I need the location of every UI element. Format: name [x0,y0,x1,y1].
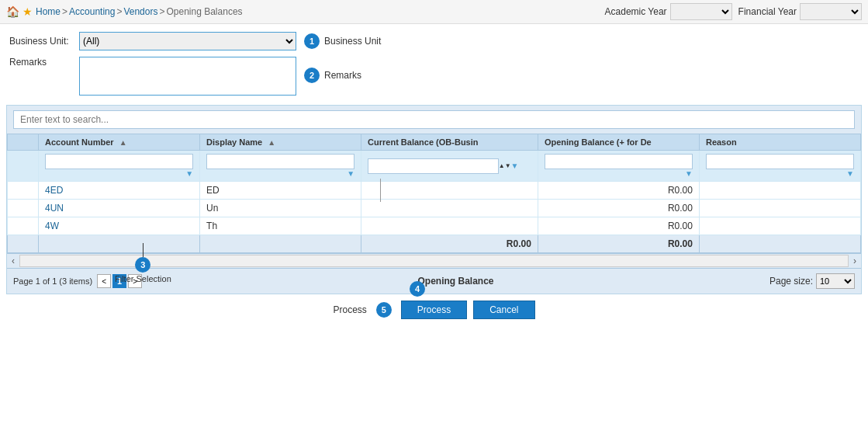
row1-reason [699,182,860,200]
search-bar [7,106,861,134]
filter-icon-account[interactable]: ▼ [185,169,193,178]
filter-account-input[interactable] [45,154,193,169]
filter-icon-opening[interactable]: ▼ [685,169,693,178]
breadcrumb-sep1: > [62,6,67,17]
sort-icon-display: ▲ [268,138,275,147]
filter-current-input[interactable] [368,158,499,174]
cancel-button[interactable]: Cancel [473,301,534,319]
page-size-label: Page size: [769,276,813,287]
filter-account-number: ▼ [39,151,200,182]
data-table: Account Number ▲ Display Name ▲ Current … [7,134,861,253]
col-display-name[interactable]: Display Name ▲ [200,134,361,151]
filter-spinner-down[interactable]: ▼ [505,162,511,169]
total-current: R0.00 [361,235,538,253]
sort-icon-account: ▲ [119,138,127,147]
row2-reason [699,200,860,217]
callout-3-area: 3 Filter Selection [115,243,171,283]
row2-empty [8,200,39,217]
filter-reason-input[interactable] [706,154,854,169]
col-opening-balance: Opening Balance (+ for De [538,134,699,151]
callout-3-line [143,243,144,257]
col-reason: Reason [699,134,860,151]
page-title: Opening Balance [142,276,769,287]
home-icon[interactable]: 🏠 [6,5,19,18]
scroll-right-arrow[interactable]: › [849,254,861,268]
row3-display: Th [200,217,361,235]
callout-4-area: 4 [410,281,425,297]
row2-opening: R0.00 [538,200,699,217]
star-icon[interactable]: ★ [22,5,33,18]
total-empty3 [200,235,361,253]
table-row: 4ED ED R0.00 [8,182,861,200]
col-account-number[interactable]: Account Number ▲ [39,134,200,151]
row1-current [361,182,538,200]
process-bar: Process 5 Process Cancel [0,294,868,325]
process-button[interactable]: Process [401,301,467,319]
breadcrumb: Home > Accounting > Vendors > Opening Ba… [36,6,243,17]
callout-1-label: Business Unit [324,36,381,47]
filter-reason: ▼ [699,151,860,182]
table-header-row: Account Number ▲ Display Name ▲ Current … [8,134,861,151]
col-empty [8,134,39,151]
academic-year-field: Academic Year [605,3,732,20]
table-row: 4W Th R0.00 [8,217,861,235]
filter-empty [8,151,39,182]
breadcrumb-area: 🏠 ★ Home > Accounting > Vendors > Openin… [6,5,605,18]
breadcrumb-accounting[interactable]: Accounting [69,6,115,17]
breadcrumb-home[interactable]: Home [36,6,61,17]
filter-icon-current[interactable]: ▼ [511,162,519,170]
filter-current-balance: ▲ ▼ ▼ [361,151,538,182]
remarks-row: Remarks 2 Remarks [9,57,859,96]
business-unit-label: Business Unit: [9,36,79,47]
filter-display-name: ▼ [200,151,361,182]
filter-icon-reason[interactable]: ▼ [846,169,854,178]
year-selectors: Academic Year Financial Year [605,3,862,20]
callout-3-label: Filter Selection [115,274,171,283]
filter-icon-display[interactable]: ▼ [347,169,354,178]
total-empty4 [699,235,860,253]
search-input[interactable] [13,110,855,129]
financial-year-field: Financial Year [738,3,862,20]
remarks-label: Remarks [9,57,79,68]
callout-4: 4 [410,281,425,297]
row2-display: Un [200,200,361,217]
row3-account: 4W [39,217,200,235]
remarks-input[interactable] [79,57,296,96]
financial-year-label: Financial Year [738,6,797,17]
business-unit-row: Business Unit: (All) 1 Business Unit [9,32,859,50]
form-area: Business Unit: (All) 1 Business Unit Rem… [0,24,868,105]
filter-display-input[interactable] [206,154,354,169]
row3-reason [699,217,860,235]
row1-empty [8,182,39,200]
financial-year-select[interactable] [800,3,862,20]
callout-3: 3 [135,257,150,273]
filter-opening-input[interactable] [545,154,693,169]
col-current-balance: Current Balance (OB-Busin [361,134,538,151]
callout-2-label: Remarks [324,70,361,81]
row3-empty [8,217,39,235]
row2-current [361,200,538,217]
total-opening: R0.00 [538,235,699,253]
callout-1: 1 [304,33,320,49]
row1-display: ED [200,182,361,200]
filter-spinner-up[interactable]: ▲ [499,162,505,169]
page-size-select[interactable]: 102550 [816,273,855,289]
business-unit-select[interactable]: (All) [79,32,296,50]
page-info: Page 1 of 1 (3 items) [13,276,92,286]
breadcrumb-sep2: > [116,6,122,17]
scroll-left-arrow[interactable]: ‹ [7,254,19,268]
prev-page-btn[interactable]: < [97,274,111,288]
breadcrumb-current: Opening Balances [166,6,242,17]
academic-year-label: Academic Year [605,6,667,17]
top-bar: 🏠 ★ Home > Accounting > Vendors > Openin… [0,0,868,24]
row3-current [361,217,538,235]
process-label: Process [333,304,366,315]
breadcrumb-vendors[interactable]: Vendors [123,6,157,17]
callout-2: 2 [304,68,320,83]
filter-row: ▼ ▼ ▲ ▼ ▼ [8,151,861,182]
academic-year-select[interactable] [670,3,732,20]
breadcrumb-sep3: > [159,6,164,17]
row1-account: 4ED [39,182,200,200]
total-empty1 [8,235,39,253]
table-row: 4UN Un R0.00 [8,200,861,217]
